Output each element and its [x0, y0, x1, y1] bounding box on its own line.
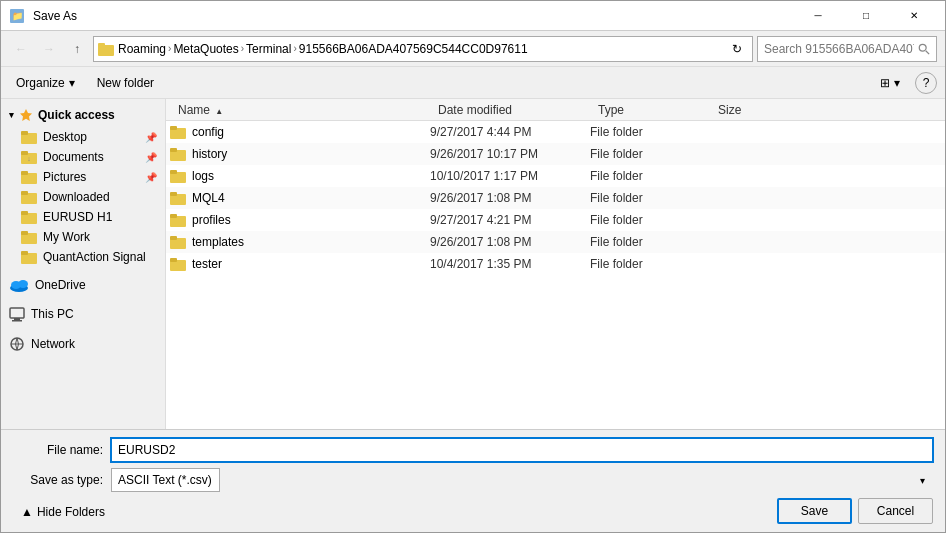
sidebar-item-network[interactable]: Network [1, 333, 165, 355]
organize-button[interactable]: Organize ▾ [9, 73, 82, 93]
quick-access-label: Quick access [38, 108, 115, 122]
navigation-toolbar: ← → ↑ Roaming › MetaQuotes › Terminal › … [1, 31, 945, 67]
file-type-cell: File folder [590, 147, 710, 161]
downloaded-folder-icon [21, 190, 37, 204]
main-panel: Name ▲ Date modified Type Size [166, 99, 945, 429]
address-bar[interactable]: Roaming › MetaQuotes › Terminal › 915566… [93, 36, 753, 62]
search-input[interactable] [764, 42, 914, 56]
sidebar-item-eurusd[interactable]: EURUSD H1 [1, 207, 165, 227]
save-button[interactable]: Save [777, 498, 852, 524]
svg-point-24 [18, 280, 28, 288]
breadcrumb-terminal[interactable]: Terminal [246, 42, 291, 56]
folder-icon [170, 147, 186, 161]
col-header-name[interactable]: Name ▲ [170, 101, 430, 119]
svg-rect-31 [170, 126, 177, 130]
svg-text:📁: 📁 [12, 10, 24, 22]
documents-label: Documents [43, 150, 104, 164]
table-row[interactable]: config 9/27/2017 4:44 PM File folder [166, 121, 945, 143]
back-button[interactable]: ← [9, 37, 33, 61]
sidebar-item-pictures[interactable]: Pictures 📌 [1, 167, 165, 187]
window-icon: 📁 [9, 8, 25, 24]
organize-label: Organize [16, 76, 65, 90]
savetype-select[interactable]: ASCII Text (*.csv) [111, 468, 220, 492]
svg-marker-6 [20, 109, 32, 121]
file-date-cell: 9/27/2017 4:21 PM [430, 213, 590, 227]
file-date-cell: 9/27/2017 4:44 PM [430, 125, 590, 139]
hide-folders-button[interactable]: ▲ Hide Folders [13, 503, 113, 521]
svg-rect-13 [21, 171, 28, 175]
eurusd-folder-icon [21, 210, 37, 224]
minimize-button[interactable]: ─ [795, 1, 841, 31]
sidebar-item-mywork[interactable]: My Work [1, 227, 165, 247]
file-name-cell: config [170, 125, 430, 139]
file-date-cell: 9/26/2017 1:08 PM [430, 235, 590, 249]
refresh-button[interactable]: ↻ [726, 38, 748, 60]
svg-rect-43 [170, 258, 177, 262]
pictures-pin-icon: 📌 [145, 172, 157, 183]
search-bar[interactable] [757, 36, 937, 62]
file-date-cell: 10/10/2017 1:17 PM [430, 169, 590, 183]
quick-access-section[interactable]: ▾ Quick access [1, 103, 165, 127]
table-row[interactable]: history 9/26/2017 10:17 PM File folder [166, 143, 945, 165]
thispc-label: This PC [31, 307, 74, 321]
table-row[interactable]: MQL4 9/26/2017 1:08 PM File folder [166, 187, 945, 209]
view-button[interactable]: ⊞ ▾ [873, 73, 907, 93]
table-row[interactable]: templates 9/26/2017 1:08 PM File folder [166, 231, 945, 253]
title-bar-left: 📁 Save As [9, 8, 77, 24]
hide-folders-label: Hide Folders [37, 505, 105, 519]
bottom-bar: File name: Save as type: ASCII Text (*.c… [1, 429, 945, 532]
quick-access-icon [18, 107, 34, 123]
svg-rect-17 [21, 211, 28, 215]
cancel-button[interactable]: Cancel [858, 498, 933, 524]
sidebar-item-thispc[interactable]: This PC [1, 303, 165, 325]
maximize-button[interactable]: □ [843, 1, 889, 31]
sidebar-item-onedrive[interactable]: OneDrive [1, 275, 165, 295]
help-icon: ? [923, 76, 930, 90]
actions-bar: Organize ▾ New folder ⊞ ▾ ? [1, 67, 945, 99]
svg-text:↓: ↓ [27, 155, 31, 162]
title-bar: 📁 Save As ─ □ ✕ [1, 1, 945, 31]
thispc-icon [9, 306, 25, 322]
file-type-cell: File folder [590, 191, 710, 205]
breadcrumb-roaming[interactable]: Roaming [118, 42, 166, 56]
mywork-label: My Work [43, 230, 90, 244]
help-button[interactable]: ? [915, 72, 937, 94]
col-header-type[interactable]: Type [590, 101, 710, 119]
svg-rect-41 [170, 236, 177, 240]
col-header-date[interactable]: Date modified [430, 101, 590, 119]
table-row[interactable]: tester 10/4/2017 1:35 PM File folder [166, 253, 945, 275]
breadcrumb-id[interactable]: 915566BA06ADA407569C544CC0D97611 [299, 42, 528, 56]
file-type-cell: File folder [590, 169, 710, 183]
downloaded-label: Downloaded [43, 190, 110, 204]
col-header-size[interactable]: Size [710, 101, 790, 119]
file-type-cell: File folder [590, 125, 710, 139]
breadcrumb-metaquotes[interactable]: MetaQuotes [173, 42, 238, 56]
table-row[interactable]: profiles 9/27/2017 4:21 PM File folder [166, 209, 945, 231]
file-date-cell: 9/26/2017 1:08 PM [430, 191, 590, 205]
filename-label: File name: [13, 443, 103, 457]
sidebar: ▾ Quick access Desktop 📌 ↓ [1, 99, 166, 429]
sidebar-item-downloaded[interactable]: Downloaded [1, 187, 165, 207]
file-type-cell: File folder [590, 235, 710, 249]
onedrive-label: OneDrive [35, 278, 86, 292]
file-name-cell: profiles [170, 213, 430, 227]
sort-arrow: ▲ [215, 107, 223, 116]
new-folder-label: New folder [97, 76, 154, 90]
network-icon [9, 336, 25, 352]
filename-input[interactable] [111, 438, 933, 462]
forward-button[interactable]: → [37, 37, 61, 61]
file-name-cell: logs [170, 169, 430, 183]
breadcrumb: Roaming › MetaQuotes › Terminal › 915566… [118, 42, 722, 56]
up-button[interactable]: ↑ [65, 37, 89, 61]
close-button[interactable]: ✕ [891, 1, 937, 31]
sidebar-item-desktop[interactable]: Desktop 📌 [1, 127, 165, 147]
new-folder-button[interactable]: New folder [90, 73, 161, 93]
sidebar-item-quantaction[interactable]: QuantAction Signal [1, 247, 165, 267]
file-date-cell: 9/26/2017 10:17 PM [430, 147, 590, 161]
folder-address-icon [98, 42, 114, 56]
svg-rect-3 [98, 43, 105, 47]
onedrive-icon [9, 278, 29, 292]
sidebar-item-documents[interactable]: ↓ Documents 📌 [1, 147, 165, 167]
table-row[interactable]: logs 10/10/2017 1:17 PM File folder [166, 165, 945, 187]
file-list-header: Name ▲ Date modified Type Size [166, 99, 945, 121]
